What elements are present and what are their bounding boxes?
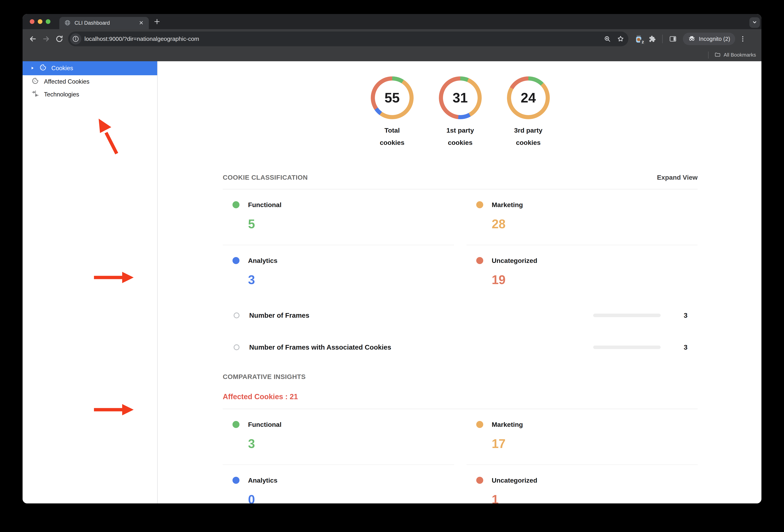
category-name: Marketing — [492, 421, 523, 428]
extensions-puzzle-icon[interactable] — [646, 33, 657, 45]
category-dot — [476, 257, 483, 264]
incognito-badge[interactable]: Incognito (2) — [683, 33, 735, 45]
donut-chart: 24 — [507, 77, 550, 119]
url-bar[interactable]: localhost:9000/?dir=nationalgeographic-c… — [68, 31, 628, 46]
category-name: Uncategorized — [492, 257, 537, 264]
category-analytics: Analytics 0 — [223, 465, 454, 503]
category-dot — [232, 257, 240, 264]
frames-row: Number of Frames with Associated Cookies… — [223, 341, 698, 354]
menu-dots-icon[interactable] — [737, 33, 748, 45]
back-button[interactable] — [27, 33, 38, 45]
browser-toolbar: localhost:9000/?dir=nationalgeographic-c… — [23, 29, 761, 49]
technologies-icon — [31, 90, 39, 99]
category-value: 5 — [232, 217, 454, 231]
page-content: Cookies Affected Cookies — [23, 61, 761, 503]
tab-search-button[interactable] — [749, 17, 760, 28]
section-title: COMPARATIVE INSIGHTS — [223, 373, 306, 381]
frames-value: 3 — [661, 344, 698, 351]
close-window-button[interactable] — [30, 19, 34, 24]
incognito-label: Incognito (2) — [699, 36, 730, 42]
bookmark-star-icon[interactable] — [616, 34, 626, 44]
donut-label: 1st party cookies — [439, 124, 482, 149]
category-name: Uncategorized — [492, 477, 537, 484]
donut-chart: 55 — [371, 77, 414, 119]
donut-value: 31 — [439, 77, 482, 119]
bookmarks-bar: All Bookmarks — [23, 49, 761, 61]
frames-value: 3 — [661, 312, 698, 319]
chevron-down-icon — [752, 19, 758, 26]
site-info-icon[interactable] — [70, 33, 81, 45]
frames-label: Number of Frames with Associated Cookies — [249, 344, 391, 351]
globe-icon — [64, 20, 71, 27]
donut-value: 24 — [507, 77, 550, 119]
ring-icon — [234, 313, 240, 318]
insights-header: COMPARATIVE INSIGHTS — [223, 373, 698, 381]
sidebar: Cookies Affected Cookies — [23, 61, 158, 503]
cookie-extension-icon[interactable]: 2 — [633, 33, 644, 45]
side-panel-icon[interactable] — [667, 33, 678, 45]
tab-title: CLI Dashboard — [75, 20, 135, 26]
sidebar-item-technologies[interactable]: Technologies — [23, 88, 157, 101]
tab-cli-dashboard[interactable]: CLI Dashboard — [59, 17, 149, 29]
category-functional: Functional 5 — [223, 189, 454, 245]
cookie-summary-donuts: 55 Total cookies 31 1st party cookies — [223, 77, 698, 149]
category-value: 19 — [476, 273, 698, 287]
category-dot — [232, 477, 240, 484]
category-dot — [232, 201, 240, 208]
forward-button[interactable] — [40, 33, 52, 45]
extension-badge: 2 — [640, 39, 645, 45]
frames-row: Number of Frames 3 — [223, 309, 698, 322]
category-uncategorized: Uncategorized 19 — [467, 245, 698, 301]
category-name: Functional — [248, 421, 281, 428]
category-dot — [232, 421, 240, 428]
ring-icon — [234, 344, 240, 350]
classification-header: COOKIE CLASSIFICATION Expand View — [223, 174, 698, 181]
category-uncategorized: Uncategorized 1 — [467, 465, 698, 503]
category-value: 3 — [232, 273, 454, 287]
close-tab-icon[interactable] — [139, 20, 144, 26]
sidebar-item-affected-cookies[interactable]: Affected Cookies — [23, 75, 157, 88]
cookie-icon — [31, 77, 39, 86]
browser-window: CLI Dashboard — [23, 14, 761, 503]
affected-cookies-label: Affected Cookies : 21 — [223, 392, 698, 401]
category-value: 17 — [476, 437, 698, 451]
category-name: Functional — [248, 201, 281, 209]
donut-label: 3rd party cookies — [507, 124, 550, 149]
toolbar-separator — [662, 35, 663, 43]
bookmarks-separator — [708, 52, 708, 59]
donut-third-party-cookies: 24 3rd party cookies — [507, 77, 550, 149]
frames-progress-bar — [593, 346, 661, 349]
donut-total-cookies: 55 Total cookies — [371, 77, 414, 149]
category-dot — [476, 477, 483, 484]
url-text[interactable]: localhost:9000/?dir=nationalgeographic-c… — [84, 36, 599, 42]
expand-view-link[interactable]: Expand View — [657, 174, 698, 181]
all-bookmarks-label[interactable]: All Bookmarks — [724, 52, 756, 58]
zoom-icon[interactable] — [602, 34, 612, 44]
window-controls — [30, 14, 50, 29]
sidebar-item-label: Cookies — [51, 65, 73, 72]
expand-triangle-icon[interactable] — [30, 65, 35, 72]
category-analytics: Analytics 3 — [223, 245, 454, 301]
category-dot — [476, 421, 483, 428]
cookie-icon — [39, 64, 47, 73]
reload-button[interactable] — [54, 33, 65, 45]
category-name: Marketing — [492, 201, 523, 209]
tab-strip: CLI Dashboard — [23, 14, 761, 29]
insights-grid: Functional 3 Marketing 17 Analytics — [223, 409, 698, 503]
category-functional: Functional 3 — [223, 409, 454, 465]
sidebar-item-cookies[interactable]: Cookies — [23, 61, 157, 75]
folder-icon — [715, 52, 721, 59]
frames-stats: Number of Frames 3 Number of Frames with… — [223, 309, 698, 354]
maximize-window-button[interactable] — [46, 19, 50, 24]
section-title: COOKIE CLASSIFICATION — [223, 174, 308, 181]
incognito-icon — [688, 34, 696, 43]
category-value: 3 — [232, 437, 454, 451]
minimize-window-button[interactable] — [38, 19, 43, 24]
frames-label: Number of Frames — [249, 312, 309, 319]
category-value: 28 — [476, 217, 698, 231]
category-name: Analytics — [248, 477, 277, 484]
frames-progress-bar — [593, 314, 661, 317]
donut-chart: 31 — [439, 77, 482, 119]
new-tab-button[interactable] — [153, 14, 161, 29]
sidebar-item-label: Affected Cookies — [44, 78, 89, 85]
